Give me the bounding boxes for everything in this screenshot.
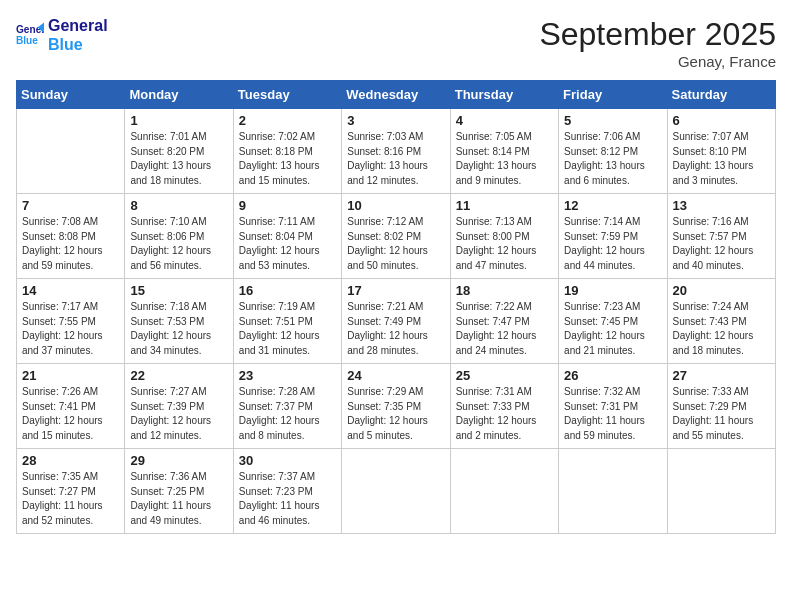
day-number: 26 — [564, 368, 661, 383]
calendar-cell: 5Sunrise: 7:06 AM Sunset: 8:12 PM Daylig… — [559, 109, 667, 194]
calendar-cell: 19Sunrise: 7:23 AM Sunset: 7:45 PM Dayli… — [559, 279, 667, 364]
calendar-cell: 22Sunrise: 7:27 AM Sunset: 7:39 PM Dayli… — [125, 364, 233, 449]
day-number: 20 — [673, 283, 770, 298]
calendar-cell: 21Sunrise: 7:26 AM Sunset: 7:41 PM Dayli… — [17, 364, 125, 449]
logo-general: General — [48, 16, 108, 35]
day-info: Sunrise: 7:16 AM Sunset: 7:57 PM Dayligh… — [673, 215, 770, 273]
calendar-cell: 29Sunrise: 7:36 AM Sunset: 7:25 PM Dayli… — [125, 449, 233, 534]
calendar-cell: 9Sunrise: 7:11 AM Sunset: 8:04 PM Daylig… — [233, 194, 341, 279]
calendar-header-thursday: Thursday — [450, 81, 558, 109]
calendar-header-monday: Monday — [125, 81, 233, 109]
day-number: 29 — [130, 453, 227, 468]
svg-text:Blue: Blue — [16, 36, 38, 47]
calendar-header-saturday: Saturday — [667, 81, 775, 109]
day-info: Sunrise: 7:11 AM Sunset: 8:04 PM Dayligh… — [239, 215, 336, 273]
calendar-header-friday: Friday — [559, 81, 667, 109]
calendar-cell: 28Sunrise: 7:35 AM Sunset: 7:27 PM Dayli… — [17, 449, 125, 534]
day-info: Sunrise: 7:10 AM Sunset: 8:06 PM Dayligh… — [130, 215, 227, 273]
day-info: Sunrise: 7:08 AM Sunset: 8:08 PM Dayligh… — [22, 215, 119, 273]
calendar-week-5: 28Sunrise: 7:35 AM Sunset: 7:27 PM Dayli… — [17, 449, 776, 534]
day-number: 14 — [22, 283, 119, 298]
day-info: Sunrise: 7:28 AM Sunset: 7:37 PM Dayligh… — [239, 385, 336, 443]
calendar-cell: 18Sunrise: 7:22 AM Sunset: 7:47 PM Dayli… — [450, 279, 558, 364]
day-info: Sunrise: 7:36 AM Sunset: 7:25 PM Dayligh… — [130, 470, 227, 528]
day-number: 10 — [347, 198, 444, 213]
day-number: 24 — [347, 368, 444, 383]
day-info: Sunrise: 7:12 AM Sunset: 8:02 PM Dayligh… — [347, 215, 444, 273]
day-info: Sunrise: 7:35 AM Sunset: 7:27 PM Dayligh… — [22, 470, 119, 528]
calendar-week-2: 7Sunrise: 7:08 AM Sunset: 8:08 PM Daylig… — [17, 194, 776, 279]
calendar-week-4: 21Sunrise: 7:26 AM Sunset: 7:41 PM Dayli… — [17, 364, 776, 449]
calendar-cell: 30Sunrise: 7:37 AM Sunset: 7:23 PM Dayli… — [233, 449, 341, 534]
calendar-cell: 14Sunrise: 7:17 AM Sunset: 7:55 PM Dayli… — [17, 279, 125, 364]
calendar-cell: 3Sunrise: 7:03 AM Sunset: 8:16 PM Daylig… — [342, 109, 450, 194]
calendar-cell: 17Sunrise: 7:21 AM Sunset: 7:49 PM Dayli… — [342, 279, 450, 364]
day-info: Sunrise: 7:37 AM Sunset: 7:23 PM Dayligh… — [239, 470, 336, 528]
calendar-cell: 7Sunrise: 7:08 AM Sunset: 8:08 PM Daylig… — [17, 194, 125, 279]
calendar-cell: 2Sunrise: 7:02 AM Sunset: 8:18 PM Daylig… — [233, 109, 341, 194]
day-info: Sunrise: 7:32 AM Sunset: 7:31 PM Dayligh… — [564, 385, 661, 443]
day-number: 5 — [564, 113, 661, 128]
day-number: 28 — [22, 453, 119, 468]
calendar-cell: 13Sunrise: 7:16 AM Sunset: 7:57 PM Dayli… — [667, 194, 775, 279]
day-info: Sunrise: 7:05 AM Sunset: 8:14 PM Dayligh… — [456, 130, 553, 188]
day-number: 16 — [239, 283, 336, 298]
day-number: 3 — [347, 113, 444, 128]
calendar-cell — [450, 449, 558, 534]
calendar-cell: 25Sunrise: 7:31 AM Sunset: 7:33 PM Dayli… — [450, 364, 558, 449]
calendar-cell: 12Sunrise: 7:14 AM Sunset: 7:59 PM Dayli… — [559, 194, 667, 279]
day-info: Sunrise: 7:23 AM Sunset: 7:45 PM Dayligh… — [564, 300, 661, 358]
day-number: 8 — [130, 198, 227, 213]
calendar-cell: 10Sunrise: 7:12 AM Sunset: 8:02 PM Dayli… — [342, 194, 450, 279]
day-info: Sunrise: 7:31 AM Sunset: 7:33 PM Dayligh… — [456, 385, 553, 443]
day-number: 6 — [673, 113, 770, 128]
calendar-cell: 16Sunrise: 7:19 AM Sunset: 7:51 PM Dayli… — [233, 279, 341, 364]
calendar-cell: 24Sunrise: 7:29 AM Sunset: 7:35 PM Dayli… — [342, 364, 450, 449]
calendar-cell: 1Sunrise: 7:01 AM Sunset: 8:20 PM Daylig… — [125, 109, 233, 194]
day-number: 9 — [239, 198, 336, 213]
calendar-week-1: 1Sunrise: 7:01 AM Sunset: 8:20 PM Daylig… — [17, 109, 776, 194]
calendar-cell: 11Sunrise: 7:13 AM Sunset: 8:00 PM Dayli… — [450, 194, 558, 279]
day-number: 12 — [564, 198, 661, 213]
day-info: Sunrise: 7:21 AM Sunset: 7:49 PM Dayligh… — [347, 300, 444, 358]
day-info: Sunrise: 7:22 AM Sunset: 7:47 PM Dayligh… — [456, 300, 553, 358]
logo-blue: Blue — [48, 35, 108, 54]
day-info: Sunrise: 7:07 AM Sunset: 8:10 PM Dayligh… — [673, 130, 770, 188]
day-number: 19 — [564, 283, 661, 298]
day-info: Sunrise: 7:17 AM Sunset: 7:55 PM Dayligh… — [22, 300, 119, 358]
calendar-header-tuesday: Tuesday — [233, 81, 341, 109]
location: Genay, France — [539, 53, 776, 70]
logo: General Blue General Blue — [16, 16, 108, 54]
month-title: September 2025 — [539, 16, 776, 53]
day-info: Sunrise: 7:14 AM Sunset: 7:59 PM Dayligh… — [564, 215, 661, 273]
calendar-cell: 4Sunrise: 7:05 AM Sunset: 8:14 PM Daylig… — [450, 109, 558, 194]
calendar-header-sunday: Sunday — [17, 81, 125, 109]
day-number: 22 — [130, 368, 227, 383]
day-info: Sunrise: 7:27 AM Sunset: 7:39 PM Dayligh… — [130, 385, 227, 443]
calendar-cell: 23Sunrise: 7:28 AM Sunset: 7:37 PM Dayli… — [233, 364, 341, 449]
calendar-header-wednesday: Wednesday — [342, 81, 450, 109]
day-info: Sunrise: 7:24 AM Sunset: 7:43 PM Dayligh… — [673, 300, 770, 358]
calendar-table: SundayMondayTuesdayWednesdayThursdayFrid… — [16, 80, 776, 534]
day-info: Sunrise: 7:18 AM Sunset: 7:53 PM Dayligh… — [130, 300, 227, 358]
calendar-cell — [17, 109, 125, 194]
day-info: Sunrise: 7:01 AM Sunset: 8:20 PM Dayligh… — [130, 130, 227, 188]
calendar-cell: 26Sunrise: 7:32 AM Sunset: 7:31 PM Dayli… — [559, 364, 667, 449]
day-number: 13 — [673, 198, 770, 213]
day-number: 30 — [239, 453, 336, 468]
day-number: 23 — [239, 368, 336, 383]
day-info: Sunrise: 7:02 AM Sunset: 8:18 PM Dayligh… — [239, 130, 336, 188]
calendar-cell: 20Sunrise: 7:24 AM Sunset: 7:43 PM Dayli… — [667, 279, 775, 364]
day-info: Sunrise: 7:26 AM Sunset: 7:41 PM Dayligh… — [22, 385, 119, 443]
calendar-cell: 8Sunrise: 7:10 AM Sunset: 8:06 PM Daylig… — [125, 194, 233, 279]
calendar-cell — [342, 449, 450, 534]
calendar-cell: 15Sunrise: 7:18 AM Sunset: 7:53 PM Dayli… — [125, 279, 233, 364]
day-info: Sunrise: 7:13 AM Sunset: 8:00 PM Dayligh… — [456, 215, 553, 273]
calendar-header-row: SundayMondayTuesdayWednesdayThursdayFrid… — [17, 81, 776, 109]
day-info: Sunrise: 7:33 AM Sunset: 7:29 PM Dayligh… — [673, 385, 770, 443]
calendar-cell — [559, 449, 667, 534]
page-header: General Blue General Blue September 2025… — [16, 16, 776, 70]
calendar-cell — [667, 449, 775, 534]
day-number: 17 — [347, 283, 444, 298]
day-number: 1 — [130, 113, 227, 128]
